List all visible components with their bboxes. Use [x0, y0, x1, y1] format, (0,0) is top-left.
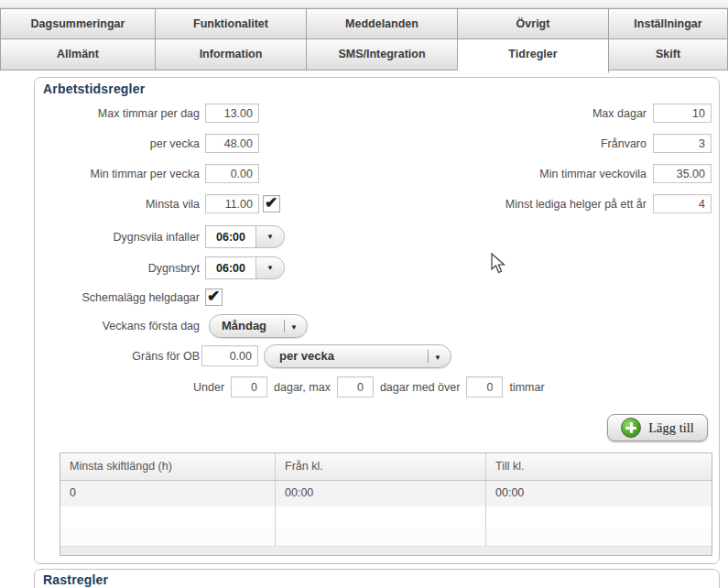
under-prefix-label: Under: [193, 381, 224, 394]
franvaro-input[interactable]: [653, 134, 712, 153]
table-row-empty: [60, 506, 712, 528]
under-end-label: timmar: [509, 381, 544, 394]
row-min-timmar-veckovila: Min timmar veckovila: [366, 162, 712, 185]
tab-row-settings: Allmänt Information SMS/Integration Tidr…: [0, 39, 728, 73]
tab-meddelanden[interactable]: Meddelanden: [307, 8, 458, 39]
lagg-till-button[interactable]: Lägg till: [607, 414, 708, 441]
shift-length-table: Minsta skiftlängd (h) Från kl. Till kl. …: [60, 452, 712, 556]
under-suffix-label: dagar med över: [380, 381, 461, 394]
min-timmar-per-vecka-input[interactable]: [205, 164, 259, 183]
row-franvaro: Frånvaro: [366, 132, 712, 155]
chevron-down-icon: ▼: [266, 234, 274, 241]
row-under-rule: Under dagar, max dagar med över timmar: [193, 376, 545, 398]
tab-skift[interactable]: Skift: [609, 39, 728, 71]
minsta-vila-input[interactable]: [205, 194, 259, 213]
tab-dagsummeringar[interactable]: Dagsummeringar: [0, 8, 156, 39]
tab-allmant[interactable]: Allmänt: [0, 39, 156, 71]
minst-lediga-helger-input[interactable]: [653, 194, 712, 213]
veckans-forsta-dag-label: Veckans första dag: [42, 320, 200, 332]
tab-sms-integration[interactable]: SMS/Integration: [307, 39, 458, 71]
max-timmar-per-dag-label: Max timmar per dag: [42, 107, 200, 120]
shift-table-body: 0 00:00 00:00: [60, 481, 712, 546]
rastregler-section: Rastregler: [34, 569, 720, 588]
row-dygnsbryt: Dygnsbryt ▼: [42, 256, 285, 279]
table-footer-strip: [60, 546, 712, 555]
grans-for-ob-input[interactable]: [201, 345, 258, 366]
under-hours-input[interactable]: [466, 376, 503, 397]
col-till-kl: Till kl.: [486, 453, 712, 481]
row-minsta-vila: Minsta vila: [42, 192, 280, 215]
col-minsta-skiftlangd: Minsta skiftlängd (h): [60, 453, 276, 481]
minsta-vila-checkbox[interactable]: [263, 195, 280, 212]
max-dagar-label: Max dagar: [366, 107, 647, 120]
ob-period-dropdown[interactable]: per vecka ▼: [264, 344, 451, 368]
table-row-empty: [60, 528, 712, 546]
max-dagar-input[interactable]: [653, 103, 712, 123]
tab-information[interactable]: Information: [156, 39, 307, 71]
row-dygnsvila-infaller: Dygnsvila infaller ▼: [42, 225, 285, 248]
dygnsvila-infaller-dropdown-button[interactable]: ▼: [255, 225, 285, 248]
schemalagg-helgdagar-checkbox[interactable]: [205, 289, 223, 306]
pill-separator: [428, 350, 429, 363]
col-fran-kl: Från kl.: [276, 453, 486, 481]
row-per-vecka: per vecka: [42, 132, 259, 155]
min-timmar-veckovila-label: Min timmar veckovila: [366, 168, 647, 180]
under-max-days-input[interactable]: [337, 376, 374, 397]
max-timmar-per-dag-input[interactable]: [205, 103, 259, 123]
chevron-down-icon: ▼: [290, 320, 307, 332]
per-vecka-label: per vecka: [42, 137, 200, 150]
cell-till-kl: 00:00: [486, 481, 712, 506]
ob-period-value: per vecka: [265, 349, 422, 363]
pill-separator: [284, 320, 285, 332]
grans-for-ob-label: Gräns för OB: [42, 350, 200, 363]
row-max-timmar-per-dag: Max timmar per dag: [42, 102, 259, 125]
tab-installningar[interactable]: Inställningar: [609, 8, 728, 39]
dygnsbryt-dropdown-button[interactable]: ▼: [255, 256, 285, 279]
shift-table-header: Minsta skiftlängd (h) Från kl. Till kl.: [60, 453, 712, 481]
table-row[interactable]: 0 00:00 00:00: [60, 481, 712, 506]
per-vecka-input[interactable]: [205, 134, 259, 153]
tab-row-categories: Dagsummeringar Funktionalitet Meddelande…: [0, 8, 728, 39]
tab-funktionalitet[interactable]: Funktionalitet: [156, 8, 307, 39]
min-timmar-per-vecka-label: Min timmar per vecka: [42, 168, 200, 180]
min-timmar-veckovila-input[interactable]: [653, 164, 712, 183]
row-max-dagar: Max dagar: [366, 102, 712, 125]
dygnsvila-infaller-label: Dygnsvila infaller: [42, 231, 200, 244]
row-min-timmar-per-vecka: Min timmar per vecka: [42, 162, 259, 185]
franvaro-label: Frånvaro: [366, 137, 647, 150]
row-minst-lediga-helger: Minst lediga helger på ett år: [366, 192, 712, 215]
dygnsbryt-label: Dygnsbryt: [42, 262, 200, 275]
minst-lediga-helger-label: Minst lediga helger på ett år: [366, 198, 647, 211]
arbetstidsregler-title: Arbetstidsregler: [43, 82, 145, 96]
veckans-forsta-dag-dropdown[interactable]: Måndag ▼: [209, 314, 308, 338]
row-grans-for-ob: Gräns för OB per vecka ▼: [42, 344, 451, 367]
under-middle-label: dagar, max: [274, 381, 331, 394]
chevron-down-icon: ▼: [434, 350, 451, 363]
under-days-input[interactable]: [231, 376, 267, 397]
cell-skiftlangd: 0: [60, 481, 276, 506]
row-schemalagg-helgdagar: Schemalägg helgdagar: [42, 286, 223, 309]
add-plus-icon: [621, 418, 641, 438]
cell-fran-kl: 00:00: [276, 481, 486, 506]
schemalagg-helgdagar-label: Schemalägg helgdagar: [42, 291, 200, 304]
dygnsbryt-input[interactable]: [205, 256, 256, 279]
chevron-down-icon: ▼: [266, 265, 274, 272]
tab-ovrigt[interactable]: Övrigt: [458, 8, 609, 39]
tab-tidregler-active[interactable]: Tidregler: [458, 39, 609, 73]
veckans-forsta-dag-value: Måndag: [210, 319, 278, 332]
row-veckans-forsta-dag: Veckans första dag Måndag ▼: [42, 314, 308, 337]
dygnsvila-infaller-input[interactable]: [205, 225, 256, 248]
rastregler-title: Rastregler: [43, 572, 108, 587]
lagg-till-label: Lägg till: [648, 420, 694, 436]
minsta-vila-label: Minsta vila: [42, 198, 200, 211]
window-top-strip: [0, 0, 728, 8]
